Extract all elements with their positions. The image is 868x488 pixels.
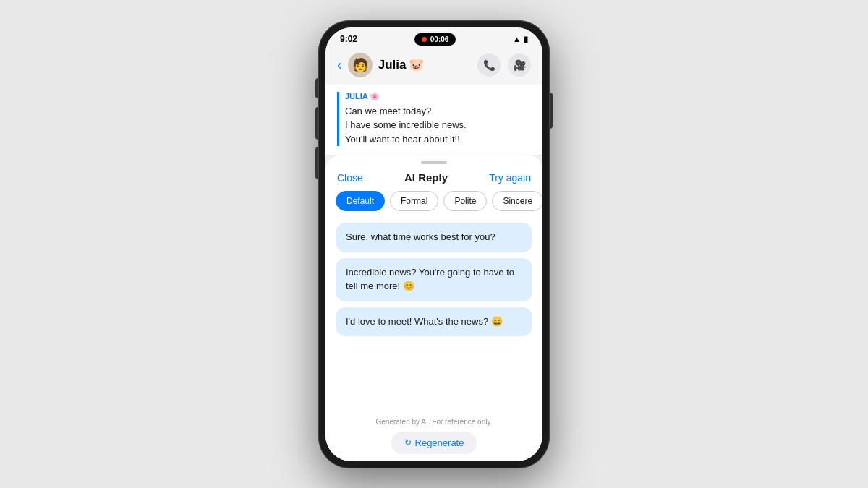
back-button[interactable]: ‹ bbox=[337, 56, 342, 73]
phone-screen: 9:02 00:06 ▲ ▮ ‹ 🧑 Julia 🐷 📞 bbox=[326, 27, 542, 461]
ai-footer-note: Generated by AI. For reference only. bbox=[326, 414, 542, 429]
record-dot bbox=[422, 37, 427, 42]
ai-header: Close AI Reply Try again bbox=[326, 171, 542, 191]
wifi-icon: ▲ bbox=[513, 35, 521, 43]
quote-author-emoji: 🌸 bbox=[370, 92, 380, 101]
volume-up-button[interactable] bbox=[315, 107, 318, 140]
contact-name-text: Julia bbox=[378, 58, 407, 72]
quote-line-3: You'll want to hear about it!! bbox=[345, 132, 531, 147]
close-button[interactable]: Close bbox=[337, 172, 363, 184]
video-icon: 🎥 bbox=[514, 59, 526, 71]
message-area: JULIA 🌸 Can we meet today? I have some i… bbox=[326, 85, 542, 461]
status-icons: ▲ ▮ bbox=[513, 35, 528, 44]
contact-emoji: 🐷 bbox=[409, 57, 424, 72]
quote-author: JULIA 🌸 bbox=[345, 92, 531, 101]
tone-formal[interactable]: Formal bbox=[390, 191, 438, 211]
suggestion-1[interactable]: Sure, what time works best for you? bbox=[336, 223, 532, 252]
contact-name: Julia 🐷 bbox=[378, 57, 472, 72]
quote-bar: JULIA 🌸 Can we meet today? I have some i… bbox=[337, 92, 531, 147]
tone-polite[interactable]: Polite bbox=[443, 191, 487, 211]
suggestion-2[interactable]: Incredible news? You're going to have to… bbox=[336, 258, 532, 301]
quote-text: Can we meet today? I have some incredibl… bbox=[345, 104, 531, 147]
phone-frame: 9:02 00:06 ▲ ▮ ‹ 🧑 Julia 🐷 📞 bbox=[318, 20, 550, 468]
phone-button[interactable]: 📞 bbox=[477, 53, 501, 77]
video-button[interactable]: 🎥 bbox=[508, 53, 531, 77]
drag-handle[interactable] bbox=[421, 161, 447, 164]
chat-header: ‹ 🧑 Julia 🐷 📞 🎥 bbox=[326, 48, 542, 85]
quote-author-name: JULIA bbox=[345, 92, 368, 100]
suggestion-3[interactable]: I'd love to meet! What's the news? 😄 bbox=[336, 307, 532, 337]
regenerate-icon: ↻ bbox=[404, 437, 412, 448]
regenerate-row: ↻ Regenerate bbox=[326, 429, 542, 461]
tone-row: Default Formal Polite Sincere bbox=[326, 191, 542, 220]
suggestions: Sure, what time works best for you? Incr… bbox=[326, 220, 542, 414]
quote-line-1: Can we meet today? bbox=[345, 104, 531, 119]
power-button[interactable] bbox=[550, 93, 553, 129]
mute-button[interactable] bbox=[315, 78, 318, 98]
tone-default[interactable]: Default bbox=[336, 191, 385, 211]
tone-sincere[interactable]: Sincere bbox=[492, 191, 542, 211]
battery-icon: ▮ bbox=[524, 35, 528, 44]
regenerate-label: Regenerate bbox=[415, 437, 464, 448]
try-again-button[interactable]: Try again bbox=[489, 172, 531, 184]
ai-title: AI Reply bbox=[404, 171, 448, 184]
quoted-message: JULIA 🌸 Can we meet today? I have some i… bbox=[326, 85, 542, 156]
avatar: 🧑 bbox=[348, 53, 373, 77]
call-indicator: 00:06 bbox=[414, 33, 456, 46]
status-bar: 9:02 00:06 ▲ ▮ bbox=[326, 27, 542, 48]
phone-icon: 📞 bbox=[483, 59, 495, 71]
call-duration: 00:06 bbox=[430, 35, 449, 43]
quote-line-2: I have some incredible news. bbox=[345, 118, 531, 132]
volume-down-button[interactable] bbox=[315, 147, 318, 179]
avatar-emoji: 🧑 bbox=[352, 57, 368, 73]
ai-panel: Close AI Reply Try again Default Formal … bbox=[326, 155, 542, 461]
status-time: 9:02 bbox=[340, 34, 357, 44]
header-icons: 📞 🎥 bbox=[477, 53, 531, 77]
regenerate-button[interactable]: ↻ Regenerate bbox=[391, 432, 477, 454]
